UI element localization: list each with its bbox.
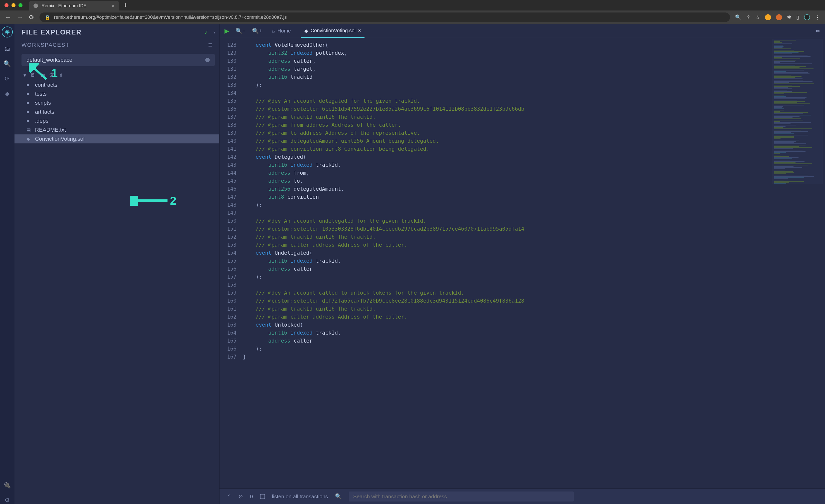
file-item[interactable]: ▤README.txt [14,125,219,135]
tab-favicon-icon [33,3,38,8]
search-icon[interactable]: 🔍 [335,493,342,500]
extensions-menu-icon[interactable]: ✱ [787,14,791,20]
tab-label: ConvictionVoting.sol [310,28,356,33]
file-icon: ▤ [26,127,31,133]
folder-item[interactable]: ■scripts [14,98,219,107]
run-script-button[interactable]: ▶ [225,27,229,34]
dropdown-icon [205,58,210,62]
compiler-icon[interactable]: ⟳ [3,75,11,82]
window-titlebar: Remix - Ethereum IDE × + [0,0,825,10]
file-item[interactable]: ◆ConvictionVoting.sol [14,135,219,144]
zoom-in-button[interactable]: 🔍+ [252,28,262,34]
share-icon[interactable]: ⇪ [746,14,750,20]
close-window-icon[interactable] [4,3,8,7]
url-bar[interactable]: 🔒 remix.ethereum.org/#optimize=false&run… [40,12,730,22]
check-icon[interactable]: ✓ [204,29,209,36]
pending-tx-count: 0 [250,494,253,500]
search-icon[interactable]: 🔍 [3,60,11,68]
github-icon[interactable]: ⓖ [50,72,55,78]
forward-button[interactable]: → [17,13,23,21]
clear-terminal-icon[interactable]: ⊘ [238,494,243,500]
workspace-menu-icon[interactable]: ≡ [208,41,212,49]
plugin-manager-icon[interactable]: 🔌 [3,482,11,489]
folder-icon: ■ [26,118,31,124]
folder-item[interactable]: ■contracts [14,80,219,89]
file-explorer-icon[interactable]: 🗂 [3,45,11,53]
profile-avatar-icon[interactable] [804,14,810,20]
close-tab-icon[interactable]: × [111,3,115,9]
icon-rail: ◉ 🗂 🔍 ⟳ ◆ 🔌 ⚙ [0,24,14,504]
minimap[interactable] [772,39,823,184]
panel-toggle-icon[interactable]: ▯ [796,14,799,20]
solidity-icon: ◆ [304,28,308,34]
browser-tab[interactable]: Remix - Ethereum IDE × [29,1,119,10]
line-gutter: 128 129 130 131 132 133 134 135 136 137 … [220,38,240,489]
folder-icon: ■ [26,100,31,106]
file-name: README.txt [35,127,219,133]
folder-icon: ■ [26,91,31,97]
tab-file-active[interactable]: ◆ ConvictionVoting.sol × [301,24,365,38]
zoom-out-button[interactable]: 🔍− [235,28,245,34]
close-tab-icon[interactable]: × [358,28,361,33]
minimize-window-icon[interactable] [11,3,15,7]
new-file-icon[interactable]: 🗎 [30,72,35,78]
reload-button[interactable]: ⟳ [29,13,34,21]
code-content[interactable]: event VoteRemovedOther( uint32 indexed p… [240,38,825,489]
listen-label: listen on all transactions [272,494,328,500]
lock-icon: 🔒 [45,14,51,20]
file-name: contracts [35,82,219,88]
extension-icon[interactable] [765,14,771,20]
code-editor[interactable]: 128 129 130 131 132 133 134 135 136 137 … [220,38,825,489]
editor-toolbar: ▶ 🔍− 🔍+ ⌂ Home ◆ ConvictionVoting.sol × … [220,24,825,38]
url-text: remix.ethereum.org/#optimize=false&runs=… [54,14,287,20]
file-name: .deps [35,118,219,124]
expand-editor-icon[interactable]: ⇔ [816,28,820,34]
solidity-file-icon: ◆ [26,136,31,142]
tab-home[interactable]: ⌂ Home [269,24,294,38]
folder-icon: ■ [26,109,31,115]
tab-label: Home [278,28,291,34]
chrome-menu-icon[interactable]: ⋮ [815,14,820,20]
chevron-right-icon[interactable]: › [214,29,215,36]
add-workspace-button[interactable]: + [66,41,70,49]
collapse-terminal-icon[interactable]: ⌃ [227,494,231,500]
folder-icon: ■ [26,82,31,88]
bookmark-icon[interactable]: ☆ [755,14,760,20]
new-folder-icon[interactable]: 🗀 [40,72,45,78]
workspace-name: default_workspace [26,57,72,63]
address-bar-row: ← → ⟳ 🔒 remix.ethereum.org/#optimize=fal… [0,10,825,24]
settings-icon[interactable]: ⚙ [3,497,11,504]
file-tree: ■contracts■tests■scripts■artifacts■.deps… [14,80,219,504]
tx-search-input[interactable] [349,492,574,502]
traffic-lights[interactable] [4,3,22,7]
new-tab-button[interactable]: + [124,1,128,10]
home-icon: ⌂ [272,28,275,34]
file-name: scripts [35,100,219,106]
back-button[interactable]: ← [5,13,11,21]
folder-item[interactable]: ■.deps [14,116,219,125]
upload-icon[interactable]: ⇧ [59,72,63,78]
file-name: ConvictionVoting.sol [35,136,219,142]
panel-title: FILE EXPLORER [21,28,82,36]
file-name: tests [35,91,219,97]
tab-title: Remix - Ethereum IDE [42,3,86,8]
deploy-icon[interactable]: ◆ [3,90,11,97]
zoom-indicator-icon[interactable]: 🔍 [735,14,741,20]
extension-icon[interactable] [776,14,782,20]
folder-item[interactable]: ■tests [14,89,219,98]
workspace-selector[interactable]: default_workspace [21,54,215,66]
maximize-window-icon[interactable] [18,3,22,7]
listen-checkbox[interactable] [260,494,265,499]
folder-item[interactable]: ■artifacts [14,107,219,116]
terminal-bar: ⌃ ⊘ 0 listen on all transactions 🔍 [220,489,825,504]
file-name: artifacts [35,109,219,115]
collapse-icon[interactable]: ▾ [23,72,26,78]
file-explorer-panel: FILE EXPLORER ✓ › WORKSPACES + ≡ default… [14,24,220,504]
workspaces-label: WORKSPACES [21,42,66,48]
remix-logo-icon[interactable]: ◉ [2,26,13,37]
file-toolbar: ▾ 🗎 🗀 ⓖ ⇧ [14,70,219,80]
